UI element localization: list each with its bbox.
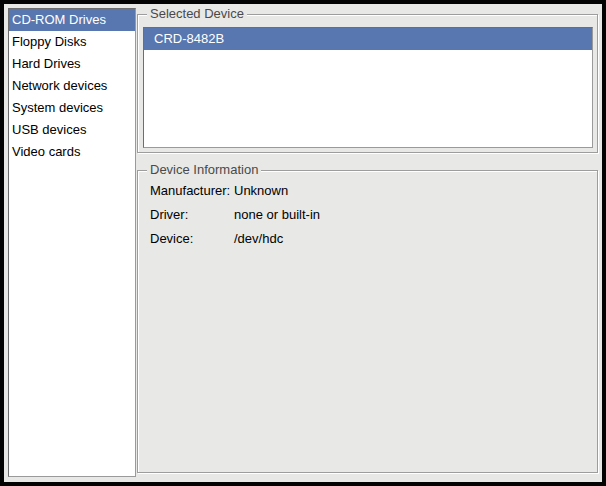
device-label: Device: (150, 231, 234, 246)
selected-device-frame: Selected Device CRD-8482B (137, 14, 598, 153)
category-item-cdrom-drives[interactable]: CD-ROM Drives (9, 9, 135, 31)
device-list-item[interactable]: CRD-8482B (144, 28, 592, 50)
driver-value: none or built-in (234, 207, 320, 222)
category-item-usb-devices[interactable]: USB devices (9, 119, 135, 141)
device-information-frame-title: Device Information (147, 162, 261, 178)
driver-label: Driver: (150, 207, 234, 222)
category-item-system-devices[interactable]: System devices (9, 97, 135, 119)
device-value: /dev/hdc (234, 231, 320, 246)
selected-device-list: CRD-8482B (143, 27, 593, 148)
device-information-grid: Manufacturer: Unknown Driver: none or bu… (150, 178, 320, 250)
category-list: CD-ROM Drives Floppy Disks Hard Drives N… (8, 8, 136, 477)
category-item-video-cards[interactable]: Video cards (9, 141, 135, 163)
hardware-browser-window: CD-ROM Drives Floppy Disks Hard Drives N… (0, 0, 606, 486)
selected-device-frame-title: Selected Device (147, 6, 247, 22)
category-item-network-devices[interactable]: Network devices (9, 75, 135, 97)
category-item-hard-drives[interactable]: Hard Drives (9, 53, 135, 75)
device-information-frame: Device Information Manufacturer: Unknown… (137, 170, 598, 473)
category-item-floppy-disks[interactable]: Floppy Disks (9, 31, 135, 53)
manufacturer-label: Manufacturer: (150, 183, 234, 198)
manufacturer-value: Unknown (234, 183, 320, 198)
